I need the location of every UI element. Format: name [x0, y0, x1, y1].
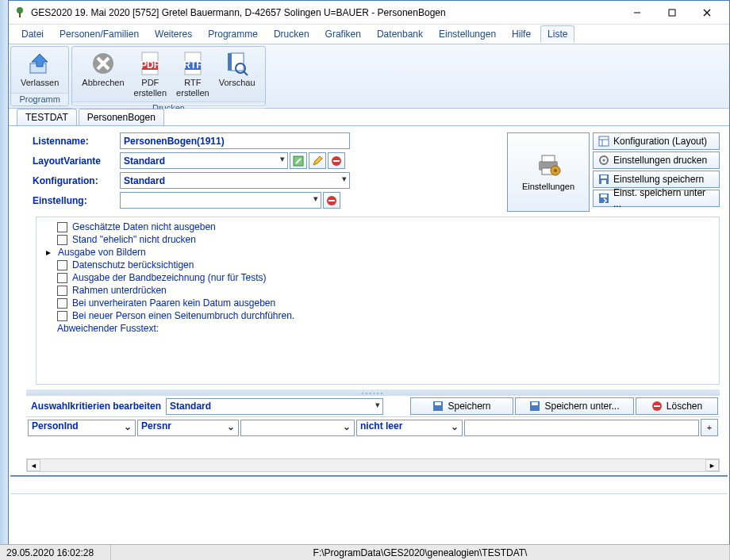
einstellung-label: Einstellung: [33, 195, 120, 206]
vorschau-button[interactable]: Vorschau [214, 49, 260, 99]
option-label[interactable]: Datenschutz berücksichtigen [72, 259, 194, 270]
layout-delete-button[interactable] [328, 152, 345, 169]
layout-icon [598, 136, 609, 147]
svg-rect-37 [601, 175, 607, 178]
option-label[interactable]: Ausgabe der Bandbezeichnung (nur für Tes… [72, 272, 267, 283]
document-tabs: TESTDAT PersonenBogen [9, 109, 729, 126]
konfiguration-combo[interactable] [120, 172, 350, 189]
option-checkbox[interactable] [57, 298, 67, 309]
menu-datenbank[interactable]: Datenbank [371, 26, 429, 42]
option-row: Stand "ehelich" nicht drucken [43, 233, 713, 246]
printer-settings-icon [535, 153, 562, 177]
option-row: Abweichender Fusstext: [43, 322, 713, 335]
criteria-value-input[interactable] [464, 420, 699, 436]
option-row: Datenschutz berücksichtigen [43, 259, 713, 271]
rtf-icon: RTF [180, 51, 206, 76]
speichern-button[interactable]: Speichern [410, 397, 513, 415]
einstellung-combo[interactable] [120, 192, 321, 209]
status-timestamp: 29.05.2020 16:02:28 [0, 545, 111, 560]
exit-icon [27, 51, 52, 76]
einstellung-speichern-button[interactable]: Einstellung speichern [593, 171, 720, 188]
option-label[interactable]: Rahmen unterdrücken [72, 285, 167, 296]
save-as-icon [529, 401, 540, 412]
save-icon [598, 174, 609, 185]
svg-rect-27 [542, 155, 555, 162]
option-checkbox[interactable] [57, 286, 67, 296]
cancel-icon [90, 51, 116, 76]
option-row: Bei neuer Person einen Seitenumbruch dur… [43, 309, 713, 322]
menu-bar: Datei Personen/Familien Weiteres Program… [9, 25, 729, 44]
konfiguration-layout-button[interactable]: Konfiguration (Layout) [593, 132, 720, 150]
criteria-combo[interactable] [166, 398, 383, 415]
menu-hilfe[interactable]: Hilfe [505, 26, 537, 42]
minimize-button[interactable] [620, 1, 655, 25]
layoutvariante-combo[interactable] [120, 152, 288, 169]
svg-rect-38 [601, 180, 606, 184]
verlassen-button[interactable]: Verlassen [16, 49, 63, 90]
scroll-left-icon[interactable]: ◄ [27, 459, 40, 471]
close-button[interactable] [690, 1, 724, 25]
expand-arrow-icon[interactable]: ▸ [43, 247, 53, 258]
tab-personenbogen[interactable]: PersonenBogen [79, 109, 164, 125]
criteria-col3-dropdown[interactable] [240, 420, 355, 436]
delete-icon [651, 401, 663, 412]
option-label[interactable]: Stand "ehelich" nicht drucken [72, 234, 196, 245]
menu-grafiken[interactable]: Grafiken [319, 26, 367, 42]
option-row: ▸Ausgabe von Bildern [43, 246, 713, 259]
svg-rect-31 [599, 136, 609, 146]
criteria-add-button[interactable]: + [701, 419, 718, 436]
menu-einstellungen[interactable]: Einstellungen [432, 26, 502, 42]
option-label[interactable]: Geschätzte Daten nicht ausgeben [72, 221, 216, 232]
menu-personen-familien[interactable]: Personen/Familien [53, 26, 145, 42]
preview-icon [225, 51, 250, 76]
option-row: Bei unverheiraten Paaren kein Datum ausg… [43, 297, 713, 309]
einstellungen-button[interactable]: Einstellungen [507, 132, 590, 212]
svg-point-30 [554, 169, 557, 172]
ribbon-group-programm: Verlassen Programm [10, 46, 69, 106]
menu-weiteres[interactable]: Weiteres [148, 26, 198, 42]
menu-liste[interactable]: Liste [540, 25, 574, 43]
option-checkbox[interactable] [57, 273, 67, 283]
splitter-handle[interactable]: •••••• [26, 389, 720, 396]
einst-speichern-unter-button[interactable]: Einst. speichern unter ... [593, 190, 720, 207]
criteria-col4-dropdown[interactable]: nicht leer [356, 420, 463, 436]
svg-text:RTF: RTF [183, 59, 202, 71]
layout-edit-button[interactable] [290, 152, 307, 169]
menu-drucken[interactable]: Drucken [267, 26, 316, 42]
menu-programme[interactable]: Programme [202, 26, 264, 42]
scroll-right-icon[interactable]: ► [705, 459, 719, 471]
konfiguration-label: Konfiguration: [33, 175, 120, 186]
form-area: Listenname: LayoutVariante Konfiguration… [9, 126, 729, 215]
status-path: F:\ProgramData\GES2020\genealogien\TESTD… [111, 545, 730, 560]
option-checkbox[interactable] [57, 260, 67, 270]
maximize-button[interactable] [655, 1, 690, 25]
rtf-erstellen-button[interactable]: RTF RTF erstellen [171, 49, 214, 99]
status-bar: 29.05.2020 16:02:28 F:\ProgramData\GES20… [0, 544, 730, 560]
option-label[interactable]: Ausgabe von Bildern [58, 247, 146, 258]
ribbon-group-caption: Programm [11, 93, 68, 105]
svg-rect-3 [669, 10, 675, 16]
loeschen-button[interactable]: Löschen [636, 397, 718, 415]
option-checkbox[interactable] [57, 311, 67, 321]
option-label[interactable]: Bei neuer Person einen Seitenumbruch dur… [72, 310, 294, 321]
criteria-col2-dropdown[interactable]: Persnr [137, 420, 239, 436]
listenname-input[interactable] [120, 132, 350, 149]
svg-rect-25 [328, 200, 335, 201]
einstellungen-drucken-button[interactable]: Einstellungen drucken [593, 152, 720, 169]
app-logo-icon [13, 6, 26, 19]
svg-rect-17 [228, 53, 232, 71]
pdf-erstellen-button[interactable]: PDF PDF erstellen [129, 49, 172, 99]
option-checkbox[interactable] [57, 235, 67, 245]
einstellung-delete-button[interactable] [323, 192, 340, 209]
option-label[interactable]: Bei unverheiraten Paaren kein Datum ausg… [72, 297, 275, 309]
abbrechen-button[interactable]: Abbrechen [77, 49, 129, 99]
horizontal-scrollbar[interactable]: ◄ ► [26, 458, 720, 472]
bottom-divider [10, 475, 728, 494]
option-checkbox[interactable] [57, 222, 67, 232]
menu-datei[interactable]: Datei [15, 26, 50, 42]
speichern-unter-button[interactable]: Speichern unter... [515, 397, 634, 415]
criteria-col1-dropdown[interactable]: PersonInd [28, 420, 136, 436]
tab-testdat[interactable]: TESTDAT [17, 109, 77, 125]
layout-edit2-button[interactable] [309, 152, 326, 169]
application-window: GES2020 19. Mai 2020 [5752] Gretel Bauer… [8, 0, 730, 560]
